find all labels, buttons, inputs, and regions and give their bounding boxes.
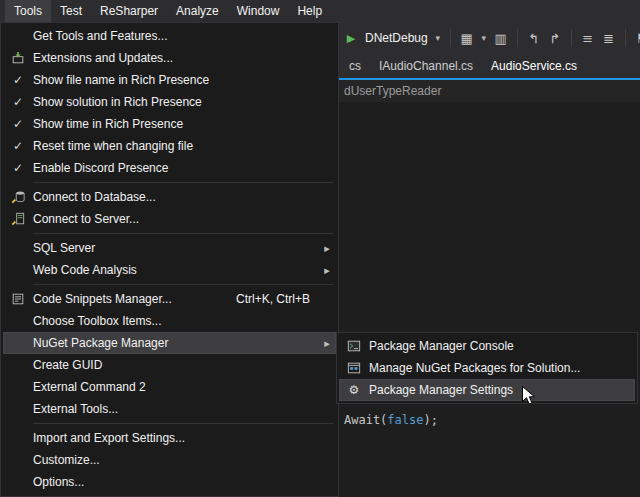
server-connect-icon <box>3 212 33 226</box>
check-icon: ✓ <box>3 117 33 131</box>
menu-bar: Tools Test ReSharper Analyze Window Help <box>0 0 640 22</box>
check-icon: ✓ <box>3 161 33 175</box>
menu-item-connect-to-database[interactable]: Connect to Database... <box>3 186 336 208</box>
code-line: Await(false); <box>344 413 438 427</box>
submenu-item-package-manager-settings[interactable]: ⚙ Package Manager Settings <box>339 379 635 401</box>
tools-dropdown-menu: Get Tools and Features... Extensions and… <box>0 22 339 497</box>
menu-item-label: Choose Toolbox Items... <box>33 314 336 328</box>
menu-item-sql-server[interactable]: SQL Server ▸ <box>3 237 336 259</box>
gear-icon: ⚙ <box>339 383 369 397</box>
tab-document-partial[interactable]: cs <box>340 54 370 78</box>
menu-separator <box>33 182 334 183</box>
menu-item-enable-discord-presence[interactable]: ✓ Enable Discord Presence <box>3 157 336 179</box>
menu-item-show-file-name-rich-presence[interactable]: ✓ Show file name in Rich Presence <box>3 69 336 91</box>
increase-indent-icon[interactable]: ≣ <box>600 32 618 45</box>
check-icon: ✓ <box>3 73 33 87</box>
submenu-arrow-icon: ▸ <box>318 337 336 350</box>
menu-item-label: Get Tools and Features... <box>33 29 336 43</box>
menu-item-customize[interactable]: Customize... <box>3 449 336 471</box>
menu-separator <box>33 423 334 424</box>
menu-item-shortcut: Ctrl+K, Ctrl+B <box>236 292 310 306</box>
menu-item-label: Options... <box>33 475 336 489</box>
debug-target-combo[interactable]: DNetDebug <box>363 31 430 45</box>
toolbar-visible-group: ▶ DNetDebug ▾ ▦ ▾ ▥ ↰ ↱ ≡ ≣ ⚑ ≡ ▾ <box>342 22 640 54</box>
menu-item-label: Reset time when changing file <box>33 139 336 153</box>
console-icon <box>339 339 369 353</box>
manage-packages-icon <box>339 361 369 375</box>
menu-item-choose-toolbox-items[interactable]: Choose Toolbox Items... <box>3 310 336 332</box>
menu-item-create-guid[interactable]: Create GUID <box>3 354 336 376</box>
menu-item-reset-time-changing-file[interactable]: ✓ Reset time when changing file <box>3 135 336 157</box>
menu-window[interactable]: Window <box>228 0 289 22</box>
menu-item-show-solution-rich-presence[interactable]: ✓ Show solution in Rich Presence <box>3 91 336 113</box>
submenu-item-manage-nuget-packages[interactable]: Manage NuGet Packages for Solution... <box>339 357 635 379</box>
nuget-submenu: Package Manager Console Manage NuGet Pac… <box>336 332 638 404</box>
menu-item-label: Import and Export Settings... <box>33 431 336 445</box>
menu-item-show-time-rich-presence[interactable]: ✓ Show time in Rich Presence <box>3 113 336 135</box>
menu-separator <box>33 233 334 234</box>
menu-item-label: Manage NuGet Packages for Solution... <box>369 361 635 375</box>
submenu-arrow-icon: ▸ <box>318 242 336 255</box>
toolbar-separator <box>625 29 626 47</box>
tab-iaudiochannel[interactable]: IAudioChannel.cs <box>370 54 482 78</box>
menu-item-label: External Command 2 <box>33 380 336 394</box>
menu-analyze[interactable]: Analyze <box>167 0 228 22</box>
menu-item-label: Show file name in Rich Presence <box>33 73 336 87</box>
bookmark-icon[interactable]: ⚑ <box>633 32 640 45</box>
menu-item-label: Package Manager Settings <box>369 383 635 397</box>
submenu-item-package-manager-console[interactable]: Package Manager Console <box>339 335 635 357</box>
check-icon: ✓ <box>3 139 33 153</box>
type-dropdown[interactable]: dUserTypeReader <box>344 80 441 102</box>
database-connect-icon <box>3 190 33 204</box>
menu-resharper[interactable]: ReSharper <box>91 0 167 22</box>
menu-item-extensions-and-updates[interactable]: Extensions and Updates... <box>3 47 336 69</box>
menu-help[interactable]: Help <box>288 0 331 22</box>
code-token: false <box>387 413 423 427</box>
menu-item-import-export-settings[interactable]: Import and Export Settings... <box>3 427 336 449</box>
menu-item-label: Web Code Analysis <box>33 263 318 277</box>
menu-item-label: Extensions and Updates... <box>33 51 336 65</box>
navigate-backward-icon[interactable]: ↰ <box>525 32 543 45</box>
menu-item-label: Show solution in Rich Presence <box>33 95 336 109</box>
menu-item-label: Create GUID <box>33 358 336 372</box>
menu-test[interactable]: Test <box>51 0 91 22</box>
menu-item-label: Package Manager Console <box>369 339 635 353</box>
diagnostics-icon[interactable]: ▦ <box>458 32 476 45</box>
toolbar-separator <box>450 29 451 47</box>
code-token: Await( <box>344 413 387 427</box>
menu-item-connect-to-server[interactable]: Connect to Server... <box>3 208 336 230</box>
menu-item-get-tools-and-features[interactable]: Get Tools and Features... <box>3 25 336 47</box>
menu-item-label: Customize... <box>33 453 336 467</box>
toolbar-separator <box>571 29 572 47</box>
window-icon[interactable]: ▥ <box>492 32 510 45</box>
menu-item-code-snippets-manager[interactable]: Code Snippets Manager... Ctrl+K, Ctrl+B <box>3 288 336 310</box>
submenu-arrow-icon: ▸ <box>318 264 336 277</box>
menu-item-label: Code Snippets Manager... <box>33 292 236 306</box>
menu-item-label: NuGet Package Manager <box>33 336 318 350</box>
menu-item-label: SQL Server <box>33 241 318 255</box>
code-token: ); <box>423 413 437 427</box>
menu-item-web-code-analysis[interactable]: Web Code Analysis ▸ <box>3 259 336 281</box>
chevron-down-icon[interactable]: ▾ <box>479 34 489 43</box>
decrease-indent-icon[interactable]: ≡ <box>579 32 597 45</box>
tab-audioservice[interactable]: AudioService.cs <box>482 54 586 78</box>
navigate-forward-icon[interactable]: ↱ <box>546 32 564 45</box>
extensions-icon <box>3 51 33 65</box>
chevron-down-icon[interactable]: ▾ <box>433 34 443 43</box>
code-snippets-icon <box>3 292 33 306</box>
menu-item-external-tools[interactable]: External Tools... <box>3 398 336 420</box>
menu-item-options[interactable]: Options... <box>3 471 336 493</box>
menu-item-external-command-2[interactable]: External Command 2 <box>3 376 336 398</box>
menu-separator <box>33 284 334 285</box>
check-icon: ✓ <box>3 95 33 109</box>
menu-item-nuget-package-manager[interactable]: NuGet Package Manager ▸ <box>3 332 336 354</box>
menu-item-label: External Tools... <box>33 402 336 416</box>
menu-item-label: Show time in Rich Presence <box>33 117 336 131</box>
menu-item-label: Connect to Server... <box>33 212 336 226</box>
menu-item-label: Connect to Database... <box>33 190 336 204</box>
menu-item-label: Enable Discord Presence <box>33 161 336 175</box>
menu-tools[interactable]: Tools <box>5 0 51 22</box>
toolbar-separator <box>517 29 518 47</box>
start-debug-icon[interactable]: ▶ <box>342 33 360 44</box>
